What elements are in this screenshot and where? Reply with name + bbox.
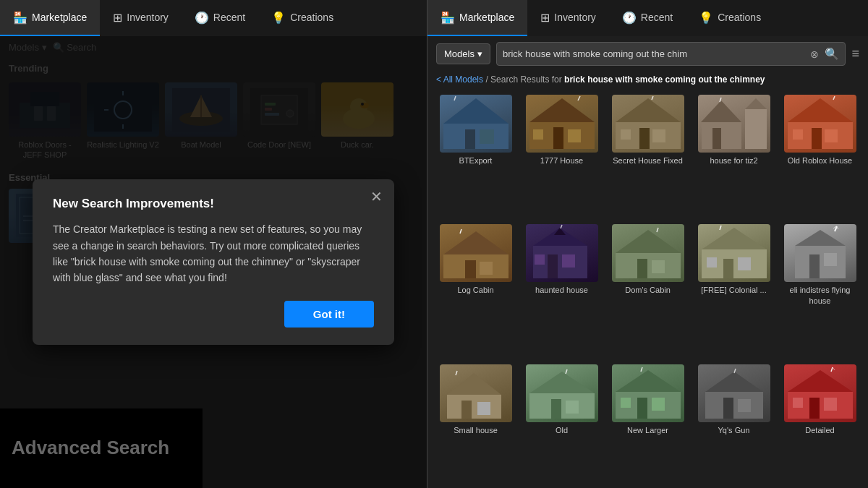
result-name-1777house: 1777 House: [540, 155, 583, 166]
dropdown-chevron-icon: ▾: [477, 48, 482, 59]
result-thumb-eli: [784, 224, 856, 282]
tab-label-inventory-left: Inventory: [127, 12, 169, 23]
svg-marker-59: [443, 231, 509, 254]
search-query-text: brick house with smoke coming out the ch…: [503, 48, 807, 59]
result-thumb-tiz2: [698, 95, 770, 153]
result-item-smallhouse[interactable]: Small house: [433, 360, 518, 488]
tab-label-marketplace-left: Marketplace: [32, 12, 87, 23]
svg-line-69: [561, 225, 562, 228]
svg-rect-112: [824, 398, 837, 411]
result-item-yqsgun[interactable]: Yq's Gun: [692, 360, 776, 488]
result-item-eli[interactable]: eli indistres flying house: [778, 220, 862, 359]
svg-line-33: [454, 96, 456, 100]
recent-icon-left: 🕐: [195, 11, 209, 25]
result-name-logcabin: Log Cabin: [457, 285, 493, 295]
svg-rect-43: [652, 129, 665, 142]
tab-creations-left[interactable]: 💡 Creations: [258, 0, 346, 36]
tab-marketplace-left[interactable]: 🏪 Marketplace: [0, 0, 100, 36]
result-name-btexport: BTExport: [459, 155, 493, 166]
got-it-button[interactable]: Got it!: [284, 301, 374, 328]
svg-rect-78: [738, 257, 751, 270]
result-item-colonial[interactable]: [FREE] Colonial ...: [692, 220, 776, 359]
tab-inventory-right[interactable]: ⊞ Inventory: [527, 0, 609, 36]
models-dropdown[interactable]: Models ▾: [436, 43, 490, 64]
search-go-icon[interactable]: 🔍: [825, 47, 839, 61]
svg-rect-46: [702, 122, 741, 149]
svg-marker-76: [702, 228, 767, 249]
svg-rect-77: [723, 259, 733, 278]
svg-rect-113: [793, 398, 803, 408]
svg-rect-68: [535, 254, 545, 265]
result-thumb-domscabin: [612, 224, 684, 282]
svg-marker-35: [529, 98, 595, 122]
result-thumb-colonial: [698, 224, 770, 282]
tab-creations-right[interactable]: 💡 Creations: [686, 0, 774, 36]
tab-recent-left[interactable]: 🕐 Recent: [182, 0, 258, 36]
modal-footer: Got it!: [53, 301, 374, 328]
svg-rect-60: [465, 260, 476, 278]
creations-icon-left: 💡: [271, 11, 286, 25]
svg-line-39: [578, 96, 580, 100]
tab-recent-right[interactable]: 🕐 Recent: [609, 0, 686, 36]
svg-rect-106: [723, 398, 733, 419]
svg-marker-41: [616, 98, 681, 122]
result-item-newlarger[interactable]: New Larger: [605, 360, 690, 488]
result-item-haunted[interactable]: haunted house: [519, 220, 604, 359]
result-thumb-oldroblox: [784, 95, 856, 153]
svg-line-74: [657, 228, 658, 232]
search-filter-icon[interactable]: ≡: [851, 46, 859, 61]
right-panel: 🏪 Marketplace ⊞ Inventory 🕐 Recent 💡 Cre…: [427, 0, 868, 488]
search-improvements-modal: ✕ New Search Improvements! The Creator M…: [33, 179, 394, 345]
search-input-wrap[interactable]: brick house with smoke coming out the ch…: [496, 42, 846, 66]
svg-rect-83: [809, 254, 820, 278]
svg-rect-91: [477, 402, 490, 415]
result-item-detailed[interactable]: Detailed: [778, 360, 862, 488]
svg-rect-95: [551, 399, 561, 419]
svg-rect-56: [793, 129, 803, 140]
tab-inventory-left[interactable]: ⊞ Inventory: [100, 0, 182, 36]
modal-body: The Creator Marketplace is testing a new…: [53, 221, 374, 286]
svg-rect-32: [480, 129, 494, 144]
svg-line-114: [831, 367, 833, 372]
modal-close-button[interactable]: ✕: [370, 189, 383, 204]
svg-line-62: [460, 229, 461, 234]
modal-title: New Search Improvements!: [53, 197, 374, 211]
svg-rect-54: [812, 128, 822, 149]
modal-overlay: ✕ New Search Improvements! The Creator M…: [0, 36, 427, 488]
result-item-1777house[interactable]: 1777 House: [519, 90, 604, 218]
result-item-old[interactable]: Old: [519, 360, 604, 488]
svg-line-103: [641, 367, 642, 372]
result-item-tiz2[interactable]: house for tiz2: [692, 90, 776, 218]
result-item-btexport[interactable]: BTExport: [433, 90, 518, 218]
result-item-secrethouse[interactable]: Secret House Fixed: [605, 90, 690, 218]
svg-line-115: [833, 367, 835, 370]
result-name-secrethouse: Secret House Fixed: [613, 155, 683, 166]
svg-rect-37: [568, 129, 581, 142]
svg-rect-111: [809, 398, 820, 419]
breadcrumb-separator: / Search Results for: [485, 74, 564, 85]
left-content-area: Models ▾ 🔍 Search Trending Roblox Doors …: [0, 36, 427, 488]
breadcrumb: < All Models / Search Results for brick …: [427, 72, 868, 90]
svg-line-45: [652, 96, 653, 100]
tab-marketplace-right[interactable]: 🏪 Marketplace: [427, 0, 527, 36]
svg-rect-96: [566, 401, 579, 414]
breadcrumb-all-models-link[interactable]: < All Models: [436, 74, 483, 85]
tab-label-inventory-right: Inventory: [554, 12, 596, 23]
svg-rect-93: [529, 393, 595, 419]
svg-marker-53: [788, 98, 853, 122]
search-clear-icon[interactable]: ⊗: [810, 48, 819, 60]
tab-label-recent-right: Recent: [641, 12, 673, 23]
svg-line-57: [833, 96, 835, 100]
result-item-logcabin[interactable]: Log Cabin: [433, 220, 518, 359]
result-item-oldroblox[interactable]: Old Roblox House: [778, 90, 862, 218]
result-name-domscabin: Dom's Cabin: [625, 285, 671, 295]
result-item-domscabin[interactable]: Dom's Cabin: [605, 220, 690, 359]
creations-icon-right: 💡: [699, 11, 713, 25]
svg-marker-50: [745, 98, 767, 109]
result-name-old: Old: [556, 425, 568, 435]
svg-rect-29: [443, 124, 509, 149]
svg-line-92: [456, 371, 457, 375]
svg-rect-61: [480, 262, 493, 275]
left-panel: 🏪 Marketplace ⊞ Inventory 🕐 Recent 💡 Cre…: [0, 0, 427, 488]
tab-label-marketplace-right: Marketplace: [459, 12, 514, 23]
